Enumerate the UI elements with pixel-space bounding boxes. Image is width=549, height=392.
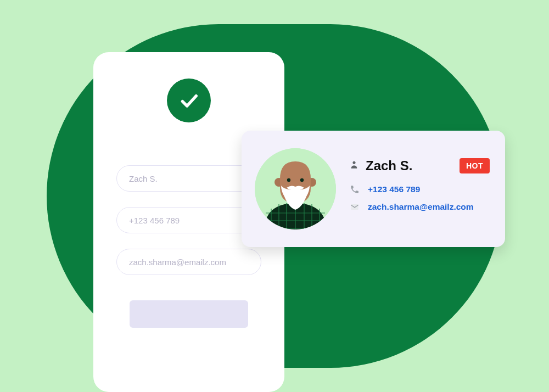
avatar [255,148,336,229]
success-check-icon [167,79,211,122]
mail-icon [349,202,360,212]
name-input-value: Zach S. [129,174,158,183]
phone-row: +123 456 789 [349,184,490,194]
svg-point-13 [287,178,290,182]
contact-card: Zach S. HOT +123 456 789 zach.sharma@ema… [242,131,505,247]
contact-details: Zach S. HOT +123 456 789 zach.sharma@ema… [336,158,490,220]
name-input[interactable]: Zach S. [116,165,261,192]
svg-point-15 [352,161,355,164]
phone-input-value: +123 456 789 [129,216,180,225]
email-row: zach.sharma@emailz.com [349,202,490,212]
hot-badge: HOT [460,158,490,173]
submit-button[interactable] [130,300,248,328]
phone-input[interactable]: +123 456 789 [116,207,261,233]
contact-name: Zach S. [366,158,412,173]
name-row: Zach S. HOT [349,158,490,173]
person-icon [349,160,359,172]
phone-icon [349,184,360,194]
email-input-value: zach.sharma@emailz.com [129,257,226,267]
contact-phone-link[interactable]: +123 456 789 [368,184,420,194]
email-input[interactable]: zach.sharma@emailz.com [116,249,261,275]
svg-point-14 [300,178,304,182]
contact-email-link[interactable]: zach.sharma@emailz.com [368,202,474,212]
